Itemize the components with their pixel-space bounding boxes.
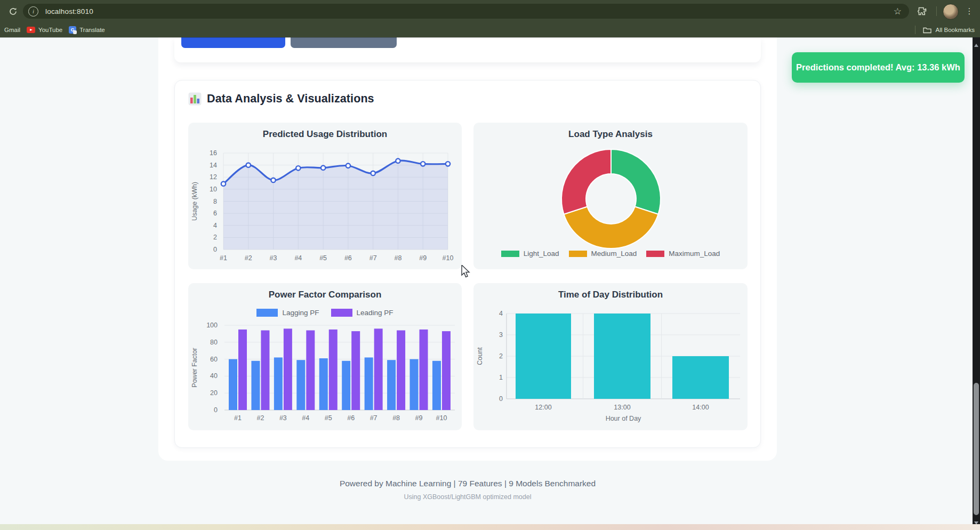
svg-text:#5: #5	[319, 254, 327, 262]
svg-text:#10: #10	[436, 414, 447, 422]
svg-text:Count: Count	[476, 347, 484, 365]
section-title: Data Analysis & Visualizations	[207, 92, 374, 106]
address-bar[interactable]: i localhost:8010 ☆	[23, 4, 909, 19]
bookmark-translate[interactable]: G Translate	[69, 26, 105, 34]
power-factor-legend: Lagging PFLeading PF	[188, 309, 462, 317]
usage-line-chart: 0246810121416#1#2#3#4#5#6#7#8#9#10Usage …	[188, 123, 462, 269]
actions-card	[174, 37, 761, 62]
svg-text:100: 100	[206, 322, 218, 329]
svg-text:#2: #2	[256, 414, 264, 422]
scrollbar-up-arrow[interactable]	[974, 44, 978, 47]
bottom-edge-strip	[0, 524, 980, 530]
secondary-action-button[interactable]	[291, 37, 397, 48]
primary-action-button[interactable]	[181, 37, 285, 48]
folder-icon	[923, 27, 931, 34]
svg-text:#7: #7	[370, 414, 377, 422]
svg-text:0: 0	[213, 246, 217, 253]
svg-text:#3: #3	[270, 254, 277, 262]
all-bookmarks[interactable]: All Bookmarks	[915, 22, 975, 37]
youtube-icon	[27, 27, 35, 33]
svg-text:20: 20	[210, 389, 218, 397]
svg-text:#3: #3	[279, 414, 287, 422]
svg-text:3: 3	[499, 331, 503, 339]
svg-text:#1: #1	[220, 254, 227, 262]
success-toast: Predictions completed! Avg: 13.36 kWh	[792, 52, 965, 83]
load-type-doughnut-chart	[473, 123, 748, 269]
svg-text:2: 2	[499, 352, 503, 360]
time-of-day-chart-panel: Time of Day Distribution 0123412:0013:00…	[473, 283, 748, 430]
svg-text:#9: #9	[419, 254, 427, 262]
svg-text:#2: #2	[245, 254, 252, 262]
usage-line-chart-panel: Predicted Usage Distribution 02468101214…	[188, 123, 462, 269]
svg-text:#6: #6	[344, 254, 352, 262]
svg-text:#9: #9	[415, 414, 423, 422]
svg-text:#10: #10	[443, 254, 454, 262]
bookmarks-bar: Gmail YouTube G Translate All Bookmarks	[0, 22, 980, 37]
svg-text:10: 10	[210, 186, 217, 193]
svg-text:#4: #4	[294, 254, 302, 262]
svg-text:#1: #1	[234, 414, 242, 422]
svg-text:Hour of Day: Hour of Day	[606, 415, 641, 422]
section-header: Data Analysis & Visualizations	[188, 92, 374, 106]
mouse-cursor	[461, 265, 473, 279]
footer-summary: Powered by Machine Learning | 79 Feature…	[158, 479, 777, 488]
bar-chart-emoji-icon	[188, 92, 202, 106]
bookmark-translate-label: Translate	[79, 27, 105, 33]
page-footer: Powered by Machine Learning | 79 Feature…	[158, 479, 777, 501]
power-factor-chart-panel: Power Factor Comparison 020406080100#1#2…	[188, 283, 462, 430]
svg-text:40: 40	[210, 372, 218, 380]
bookmark-gmail[interactable]: Gmail	[4, 27, 20, 33]
svg-text:12: 12	[210, 173, 217, 181]
reload-icon[interactable]	[6, 5, 19, 18]
svg-text:Power Factor: Power Factor	[191, 348, 198, 387]
svg-text:#8: #8	[394, 254, 401, 262]
svg-text:0: 0	[214, 406, 218, 414]
bookmarks-divider	[915, 26, 915, 34]
bookmark-youtube[interactable]: YouTube	[27, 27, 62, 33]
svg-text:#8: #8	[392, 414, 400, 422]
svg-text:80: 80	[210, 339, 218, 346]
svg-text:16: 16	[210, 149, 217, 157]
browser-toolbar: i localhost:8010 ☆ ⋮	[0, 0, 980, 22]
toolbar-divider	[936, 6, 937, 16]
svg-text:#7: #7	[369, 254, 377, 262]
load-type-legend: Light_LoadMedium_LoadMaximum_Load	[473, 250, 748, 258]
svg-text:4: 4	[213, 222, 217, 229]
svg-text:1: 1	[499, 374, 503, 381]
svg-text:#6: #6	[347, 414, 355, 422]
profile-avatar[interactable]	[943, 4, 959, 20]
bookmark-star-icon[interactable]: ☆	[894, 6, 902, 17]
svg-text:12:00: 12:00	[535, 404, 551, 411]
svg-text:0: 0	[499, 395, 503, 403]
svg-text:2: 2	[213, 234, 217, 241]
load-type-chart-panel: Load Type Analysis Light_LoadMedium_Load…	[473, 123, 748, 269]
svg-text:14:00: 14:00	[692, 404, 709, 411]
all-bookmarks-label: All Bookmarks	[936, 27, 975, 33]
scrollbar-thumb[interactable]	[974, 383, 979, 515]
browser-menu-icon[interactable]: ⋮	[965, 5, 974, 18]
extensions-icon[interactable]	[916, 5, 929, 18]
svg-text:#4: #4	[302, 414, 309, 422]
time-of-day-bar-chart: 0123412:0013:0014:00Hour of DayCount	[473, 283, 748, 430]
svg-text:Usage (kWh): Usage (kWh)	[191, 182, 198, 221]
footer-model-note: Using XGBoost/LightGBM optimized model	[158, 493, 777, 501]
svg-text:#5: #5	[325, 414, 332, 422]
bookmark-gmail-label: Gmail	[4, 27, 20, 33]
svg-text:60: 60	[210, 356, 218, 363]
svg-text:6: 6	[213, 210, 217, 217]
power-factor-bar-chart: 020406080100#1#2#3#4#5#6#7#8#9#10Power F…	[188, 283, 462, 430]
site-info-icon[interactable]: i	[28, 6, 38, 17]
main-content-container: Data Analysis & Visualizations Predicted…	[158, 37, 777, 461]
bookmark-youtube-label: YouTube	[38, 27, 62, 33]
translate-icon: G	[69, 26, 76, 34]
analysis-card: Data Analysis & Visualizations Predicted…	[174, 80, 761, 448]
svg-text:8: 8	[213, 198, 217, 205]
page-scrollbar[interactable]	[973, 37, 980, 530]
svg-text:4: 4	[499, 310, 503, 317]
svg-text:13:00: 13:00	[614, 404, 630, 411]
url-text: localhost:8010	[45, 7, 93, 15]
svg-text:14: 14	[210, 162, 217, 169]
